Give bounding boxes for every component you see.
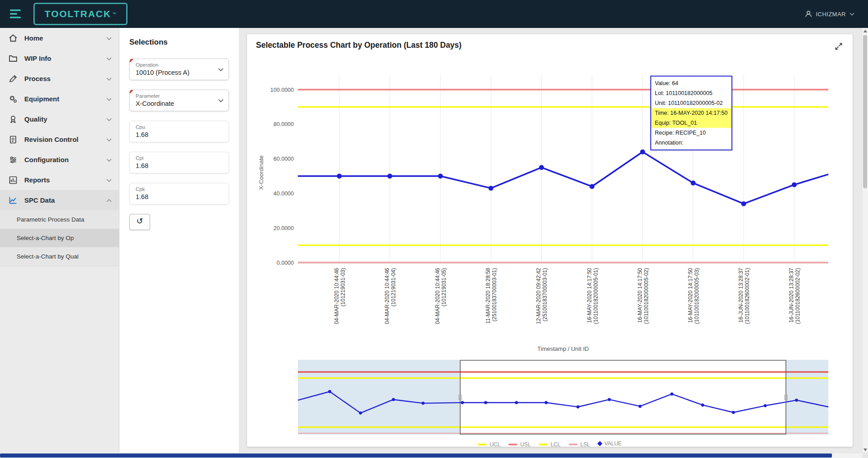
- legend-item-lcl[interactable]: LCL: [539, 441, 561, 448]
- svg-text:60.0000: 60.0000: [274, 156, 294, 162]
- cpl-label: Cpl: [136, 155, 223, 161]
- sidebar-item-quality[interactable]: Quality: [0, 109, 119, 129]
- sidebar-item-label: Reports: [24, 176, 50, 184]
- scroll-up-icon[interactable]: [863, 30, 867, 32]
- reset-button[interactable]: ↺: [129, 214, 150, 230]
- legend-swatch: [539, 444, 548, 445]
- svg-text:80.0000: 80.0000: [274, 121, 294, 127]
- selections-title: Selections: [129, 38, 229, 47]
- sidebar-item-label: SPC Data: [24, 196, 55, 204]
- main-content: Selectable Process Chart by Operation (L…: [239, 28, 868, 458]
- legend-label: VALUE: [604, 440, 621, 447]
- legend-item-lsl[interactable]: LSL: [569, 441, 590, 448]
- sidebar-item-revision-control[interactable]: Revision Control: [0, 129, 119, 150]
- app-logo[interactable]: TOOLTRACK™: [33, 3, 128, 25]
- cpu-field: Cpu 1.68: [129, 121, 229, 142]
- cpl-field: Cpl 1.68: [129, 152, 229, 173]
- sidebar-item-wip-info[interactable]: WIP Info: [0, 48, 119, 68]
- navigator-svg[interactable]: [256, 360, 842, 436]
- tooltip-row: Equip: TOOL_01: [651, 118, 731, 128]
- svg-text:(25100183700003-01): (25100183700003-01): [542, 268, 548, 322]
- chevron-down-icon: [106, 34, 112, 42]
- sidebar-item-equipment[interactable]: Equipment: [0, 89, 119, 109]
- chevron-down-icon: [106, 54, 112, 62]
- vertical-scrollbar[interactable]: [862, 28, 868, 453]
- gears-icon: [8, 95, 18, 104]
- parameter-select[interactable]: Parameter X-Coordinate: [129, 90, 229, 111]
- document-icon: [8, 135, 18, 144]
- operation-select[interactable]: Operation 10010 (Process A): [129, 59, 229, 80]
- svg-text:04-MAR-2020 10:44:46: 04-MAR-2020 10:44:46: [384, 268, 390, 324]
- svg-text:(101219031-04): (101219031-04): [390, 268, 397, 306]
- legend-label: USL: [520, 441, 530, 448]
- app-logo-text: TOOLTRACK: [45, 9, 111, 19]
- svg-text:(101100182000005-01): (101100182000005-01): [593, 268, 599, 324]
- svg-text:04-MAR-2020 10:44:46: 04-MAR-2020 10:44:46: [333, 268, 340, 324]
- chart-card: Selectable Process Chart by Operation (L…: [247, 34, 853, 447]
- svg-text:(101100182600002-02): (101100182600002-02): [795, 268, 801, 324]
- reports-icon: [8, 176, 18, 185]
- chevron-down-icon: [218, 65, 224, 73]
- chart-tooltip: Value: 64Lot: 101100182000005Unit: 10110…: [650, 76, 732, 150]
- user-menu[interactable]: ICHIZMAR: [805, 10, 854, 18]
- svg-text:16-MAY-2020 14:17:50: 16-MAY-2020 14:17:50: [586, 268, 593, 323]
- horizontal-scrollbar[interactable]: [0, 453, 862, 458]
- tooltip-row: Lot: 101100182000005: [651, 88, 731, 98]
- line-chart-icon: [8, 196, 18, 205]
- main-chart-svg[interactable]: 0.000020.000040.000060.000080.0000100.00…: [256, 75, 842, 356]
- svg-text:0.0000: 0.0000: [277, 260, 294, 266]
- sidebar-subitem-label: Select-a-Chart by Qual: [17, 253, 78, 260]
- spc-data-submenu: Parametric Process DataSelect-a-Chart by…: [0, 210, 119, 266]
- legend-swatch: [508, 444, 517, 445]
- sidebar-item-reports[interactable]: Reports: [0, 170, 119, 190]
- tooltip-row: Unit: 101100182000005-02: [651, 98, 731, 108]
- chevron-down-icon: [106, 95, 112, 103]
- scroll-down-icon[interactable]: [863, 449, 867, 451]
- tooltip-row: Value: 64: [651, 78, 731, 88]
- tooltip-row: Recipe: RECIPE_10: [651, 128, 731, 138]
- chart-legend: UCLUSLLCLLSLVALUE: [256, 439, 844, 449]
- folder-icon: [8, 54, 18, 63]
- chevron-up-icon: [106, 196, 112, 204]
- sidebar-item-home[interactable]: Home: [0, 28, 119, 48]
- hamburger-menu-icon[interactable]: [10, 9, 22, 18]
- app-logo-tm: ™: [112, 12, 116, 16]
- chevron-down-icon: [106, 75, 112, 82]
- sidebar-item-label: Quality: [24, 115, 47, 123]
- process-chart[interactable]: 0.000020.000040.000060.000080.0000100.00…: [256, 75, 844, 358]
- svg-text:12-MAR-2020 09:42:42: 12-MAR-2020 09:42:42: [535, 268, 542, 324]
- svg-text:16-JUN-2020 13:28:37: 16-JUN-2020 13:28:37: [788, 268, 795, 323]
- sidebar-item-label: Revision Control: [24, 136, 78, 143]
- selections-panel: Selections Operation 10010 (Process A) P…: [119, 28, 239, 458]
- svg-text:(101100182000005-02): (101100182000005-02): [643, 268, 649, 324]
- sidebar-item-configuration[interactable]: Configuration: [0, 150, 119, 170]
- sidebar-item-label: WIP Info: [24, 54, 51, 62]
- sidebar-subitem-select-a-chart-by-qual[interactable]: Select-a-Chart by Qual: [0, 247, 119, 266]
- svg-text:X-Coordinate: X-Coordinate: [258, 155, 265, 190]
- operation-value: 10010 (Process A): [136, 69, 217, 76]
- sidebar-item-process[interactable]: Process: [0, 68, 119, 89]
- cpk-value: 1.68: [136, 193, 223, 200]
- navigator-chart[interactable]: [256, 360, 844, 438]
- user-name: ICHIZMAR: [816, 11, 846, 18]
- legend-item-ucl[interactable]: UCL: [478, 441, 500, 448]
- legend-item-usl[interactable]: USL: [508, 441, 530, 448]
- vertical-scrollbar-thumb[interactable]: [863, 35, 867, 188]
- legend-label: UCL: [489, 441, 500, 448]
- chevron-down-icon: [218, 96, 224, 104]
- sidebar-item-label: Configuration: [24, 156, 69, 163]
- sliders-icon: [8, 155, 18, 164]
- sidebar-item-spc-data[interactable]: SPC Data: [0, 190, 119, 210]
- horizontal-scrollbar-thumb[interactable]: [0, 453, 832, 458]
- cpu-value: 1.68: [136, 131, 223, 138]
- required-marker: [130, 90, 133, 94]
- sidebar-item-label: Process: [24, 75, 50, 82]
- sidebar-subitem-parametric-process-data[interactable]: Parametric Process Data: [0, 210, 119, 229]
- expand-icon[interactable]: [834, 41, 844, 53]
- sidebar-subitem-select-a-chart-by-op[interactable]: Select-a-Chart by Op: [0, 229, 119, 247]
- cpk-label: Cpk: [136, 186, 223, 192]
- svg-text:16-JUN-2020 13:28:37: 16-JUN-2020 13:28:37: [738, 268, 744, 323]
- svg-text:(101219031-05): (101219031-05): [441, 268, 447, 306]
- legend-item-value[interactable]: VALUE: [598, 440, 621, 447]
- sidebar-item-label: Equipment: [24, 95, 59, 103]
